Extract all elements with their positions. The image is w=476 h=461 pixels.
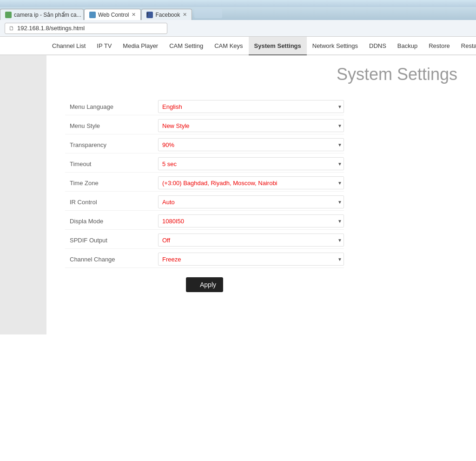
nav-backup[interactable]: Backup [392,37,423,55]
nav-label-restart-box: Restart box [461,42,476,49]
label-timeout: Timeout [65,160,158,167]
tab-webcontrol[interactable]: Web Control ✕ [84,9,141,20]
select-wrapper-spdif-output: Off On Auto ▼ [158,234,344,247]
select-wrapper-menu-language: English French Spanish ▼ [158,100,344,113]
form-row-transparency: Transparency 90% 80% 70% ▼ [65,136,344,154]
nav-cam-setting[interactable]: CAM Setting [164,37,209,55]
nav-iptv[interactable]: IP TV [91,37,117,55]
content-area: System Settings Menu Language English Fr… [46,55,476,334]
sidebar [0,55,46,334]
tab-bar: camera ip - Sản phẩm ca... ✕ Web Control… [0,7,476,20]
form-row-menu-style: Menu Style New Style Classic Style ▼ [65,117,344,134]
nav-media-player[interactable]: Media Player [117,37,164,55]
form-row-menu-language: Menu Language English French Spanish ▼ [65,98,344,115]
select-wrapper-displa-mode: 1080I50 1080I60 720P50 ▼ [158,214,344,227]
select-wrapper-menu-style: New Style Classic Style ▼ [158,119,344,132]
new-tab-area [194,9,222,18]
nav-label-cam-setting: CAM Setting [169,42,203,49]
tab-icon-webcontrol [89,12,96,18]
form-row-displa-mode: Displa Mode 1080I50 1080I60 720P50 ▼ [65,213,344,230]
form-row-ir-control: IR Control Auto Manual Off ▼ [65,194,344,211]
nav-label-restore: Restore [429,42,450,49]
label-menu-style: Menu Style [65,122,158,129]
nav-system-settings[interactable]: System Settings [249,37,307,55]
nav-label-media-player: Media Player [123,42,158,49]
nav-label-cam-keys: CAM Keys [214,42,243,49]
nav-restore[interactable]: Restore [423,37,456,55]
select-timeout[interactable]: 5 sec 10 sec 15 sec [158,157,344,170]
nav-label-system-settings: System Settings [254,42,301,49]
apply-button[interactable]: Apply [186,277,223,292]
nav-network-settings[interactable]: Network Settings [307,37,364,55]
select-wrapper-ir-control: Auto Manual Off ▼ [158,195,344,208]
label-transparency: Transparency [65,141,158,148]
nav-restart-box[interactable]: Restart box [456,37,476,55]
select-ir-control[interactable]: Auto Manual Off [158,195,344,208]
nav-label-channel-list: Channel List [52,42,86,49]
address-bar: 🗋 192.168.1.8/settings.html [0,20,476,37]
page-title: System Settings [65,65,457,84]
tab-close-facebook[interactable]: ✕ [183,12,187,18]
apply-button-wrapper: Apply [65,277,344,292]
main-content: System Settings Menu Language English Fr… [0,55,476,334]
label-time-zone: Time Zone [65,180,158,187]
browser-top [0,0,476,7]
form-row-channel-change: Channel Change Freeze Black Mosaic ▼ [65,251,344,268]
tab-facebook[interactable]: f Facebook ✕ [141,9,192,20]
select-menu-style[interactable]: New Style Classic Style [158,119,344,132]
nav-label-ddns: DDNS [369,42,386,49]
label-menu-language: Menu Language [65,103,158,110]
tab-label-camera: camera ip - Sản phẩm ca... [14,12,81,18]
nav-ddns[interactable]: DDNS [364,37,392,55]
nav-label-backup: Backup [397,42,417,49]
page-icon: 🗋 [9,25,14,32]
select-wrapper-channel-change: Freeze Black Mosaic ▼ [158,253,344,266]
nav-label-iptv: IP TV [97,42,112,49]
tab-icon-camera [5,12,12,18]
select-transparency[interactable]: 90% 80% 70% [158,138,344,151]
nav-cam-keys[interactable]: CAM Keys [209,37,248,55]
address-text: 192.168.1.8/settings.html [17,25,85,32]
label-channel-change: Channel Change [65,256,158,263]
label-ir-control: IR Control [65,199,158,206]
tab-label-facebook: Facebook [155,12,180,18]
tab-label-webcontrol: Web Control [98,12,129,18]
address-input[interactable]: 🗋 192.168.1.8/settings.html [5,23,167,34]
select-channel-change[interactable]: Freeze Black Mosaic [158,253,344,266]
tab-camera[interactable]: camera ip - Sản phẩm ca... ✕ [0,9,84,20]
select-spdif-output[interactable]: Off On Auto [158,234,344,247]
nav-channel-list[interactable]: Channel List [46,37,91,55]
select-displa-mode[interactable]: 1080I50 1080I60 720P50 [158,214,344,227]
select-menu-language[interactable]: English French Spanish [158,100,344,113]
settings-form: Menu Language English French Spanish ▼ M… [65,98,344,292]
select-wrapper-time-zone: (+3:00) Baghdad, Riyadh, Moscow, Nairobi… [158,176,344,189]
nav-label-network-settings: Network Settings [312,42,358,49]
form-row-time-zone: Time Zone (+3:00) Baghdad, Riyadh, Mosco… [65,174,344,192]
select-wrapper-transparency: 90% 80% 70% ▼ [158,138,344,151]
tab-close-webcontrol[interactable]: ✕ [132,12,136,18]
label-spdif-output: SPDIF Output [65,237,158,244]
form-row-timeout: Timeout 5 sec 10 sec 15 sec ▼ [65,155,344,173]
select-time-zone[interactable]: (+3:00) Baghdad, Riyadh, Moscow, Nairobi… [158,176,344,189]
label-displa-mode: Displa Mode [65,218,158,225]
select-wrapper-timeout: 5 sec 10 sec 15 sec ▼ [158,157,344,170]
form-row-spdif-output: SPDIF Output Off On Auto ▼ [65,232,344,249]
nav-menu: Channel List IP TV Media Player CAM Sett… [0,37,476,55]
tab-icon-facebook: f [146,12,153,18]
bottom-area [0,334,476,461]
